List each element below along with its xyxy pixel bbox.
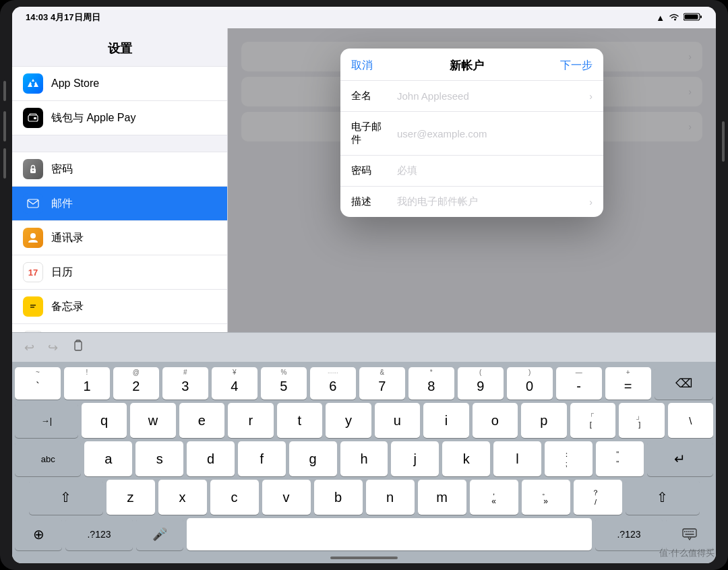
key-guillemet-open[interactable]: ， « [470, 480, 518, 515]
key-r[interactable]: r [228, 403, 273, 438]
shift-right-key[interactable]: ⇧ [626, 480, 700, 515]
key-t[interactable]: t [277, 403, 322, 438]
sidebar-item-password[interactable]: 密码 [12, 152, 227, 187]
key-w[interactable]: w [130, 403, 175, 438]
key-i[interactable]: i [423, 403, 468, 438]
num123-right-key[interactable]: .?123 [595, 518, 663, 550]
sidebar-item-notes[interactable]: 备忘录 [12, 290, 227, 324]
key-q[interactable]: q [82, 403, 127, 438]
key-s[interactable]: s [135, 441, 183, 476]
key-f[interactable]: f [238, 441, 286, 476]
key-h[interactable]: h [340, 441, 388, 476]
key-slash[interactable]: ？ / [574, 480, 622, 515]
key-3[interactable]: # 3 [162, 367, 208, 400]
sidebar-item-wallet[interactable]: 钱包与 Apple Pay [12, 101, 227, 135]
key-tilde[interactable]: ~ ` [15, 367, 61, 400]
power-button[interactable] [722, 121, 725, 162]
key-equals[interactable]: + = [605, 367, 651, 400]
form-row-description[interactable]: 描述 我的电子邮件帐户 › [340, 187, 603, 217]
key-semicolon[interactable]: ： ; [545, 441, 593, 476]
key-d[interactable]: d [187, 441, 235, 476]
key-4[interactable]: ¥ 4 [212, 367, 257, 400]
key-e[interactable]: e [179, 403, 224, 438]
new-account-modal: 取消 新帐户 下一步 全名 John Appleseed › [340, 49, 603, 217]
key-l[interactable]: l [493, 441, 541, 476]
svg-rect-9 [29, 303, 37, 311]
undo-button[interactable]: ↩ [20, 338, 38, 358]
notes-icon [23, 296, 43, 317]
sidebar-item-calendar-label: 日历 [51, 265, 73, 280]
sidebar-item-notes-label: 备忘录 [51, 300, 84, 314]
backspace-key[interactable]: ⌫ [655, 367, 713, 400]
space-key[interactable] [187, 518, 592, 550]
key-k[interactable]: k [442, 441, 490, 476]
email-input[interactable]: user@example.com [397, 128, 593, 139]
key-n[interactable]: n [366, 480, 415, 515]
num123-left-key[interactable]: .?123 [65, 518, 133, 550]
caps-key[interactable]: abc [15, 441, 81, 476]
sidebar-item-calendar[interactable]: 17 日历 [12, 255, 227, 290]
form-row-email[interactable]: 电子邮件 user@example.com [340, 112, 603, 156]
contacts-icon [23, 228, 43, 248]
redo-button[interactable]: ↪ [44, 338, 62, 358]
key-c[interactable]: c [210, 480, 259, 515]
appstore-icon [23, 73, 43, 94]
key-0[interactable]: ) 0 [507, 367, 553, 400]
key-o[interactable]: o [473, 403, 518, 438]
key-5[interactable]: % 5 [261, 367, 307, 400]
key-7[interactable]: & 7 [359, 367, 405, 400]
modal-next-button[interactable]: 下一步 [560, 59, 593, 73]
key-6[interactable]: …… 6 [310, 367, 356, 400]
key-quote[interactable]: " " [596, 441, 644, 476]
sidebar-section-1: App Store 钱包与 Apple Pay [12, 66, 227, 135]
description-input[interactable]: 我的电子邮件帐户 [397, 195, 478, 208]
key-guillemet-close[interactable]: 。 » [522, 480, 570, 515]
keyboard-hide-key[interactable] [666, 518, 713, 550]
paste-button[interactable] [67, 336, 89, 358]
fullname-input[interactable]: John Appleseed [397, 90, 469, 102]
microphone-key[interactable]: 🎤 [136, 518, 183, 550]
volume-up-button[interactable] [3, 81, 6, 101]
sidebar-item-contacts[interactable]: 通讯录 [12, 221, 227, 255]
key-y[interactable]: y [326, 403, 371, 438]
form-row-password[interactable]: 密码 必填 [340, 156, 603, 187]
key-8[interactable]: * 8 [408, 367, 454, 400]
key-bracket-open[interactable]: 「 [ [570, 403, 615, 438]
wifi-icon [669, 12, 679, 24]
key-b[interactable]: b [314, 480, 363, 515]
sidebar-item-mail-label: 邮件 [51, 197, 73, 211]
globe-key[interactable]: ⊕ [15, 518, 62, 550]
key-a[interactable]: a [84, 441, 132, 476]
key-dash[interactable]: — - [556, 367, 602, 400]
key-x[interactable]: x [158, 480, 207, 515]
status-icons: ▲ [656, 12, 702, 24]
modal-cancel-button[interactable]: 取消 [351, 59, 373, 73]
key-1[interactable]: ! 1 [64, 367, 110, 400]
password-input[interactable]: 必填 [397, 164, 593, 177]
svg-rect-7 [28, 199, 38, 208]
key-9[interactable]: ( 9 [458, 367, 504, 400]
sidebar-item-appstore[interactable]: App Store [12, 66, 227, 101]
sidebar-item-mail[interactable]: 邮件 [12, 187, 227, 221]
key-z[interactable]: z [107, 480, 155, 515]
key-backslash[interactable]: \ [668, 403, 713, 438]
sidebar-item-reminders[interactable]: 提醒事项 [12, 324, 227, 332]
right-panel: › › › 取消 新帐户 [228, 28, 716, 332]
tab-key[interactable]: →| [15, 403, 78, 438]
key-g[interactable]: g [289, 441, 337, 476]
key-m[interactable]: m [418, 480, 466, 515]
key-u[interactable]: u [375, 403, 420, 438]
key-j[interactable]: j [391, 441, 439, 476]
form-row-fullname[interactable]: 全名 John Appleseed › [340, 81, 603, 112]
key-v[interactable]: v [262, 480, 311, 515]
keyboard-row-bottom: ⊕ .?123 🎤 .?123 [15, 518, 713, 550]
fullname-chevron: › [589, 91, 593, 102]
mute-button[interactable] [3, 148, 6, 179]
volume-down-button[interactable] [3, 111, 6, 141]
enter-key[interactable]: ↵ [647, 441, 713, 476]
key-2[interactable]: @ 2 [113, 367, 159, 400]
key-p[interactable]: p [521, 403, 566, 438]
email-label: 电子邮件 [351, 121, 389, 146]
shift-left-key[interactable]: ⇧ [29, 480, 103, 515]
key-bracket-close[interactable]: 」 ] [619, 403, 664, 438]
